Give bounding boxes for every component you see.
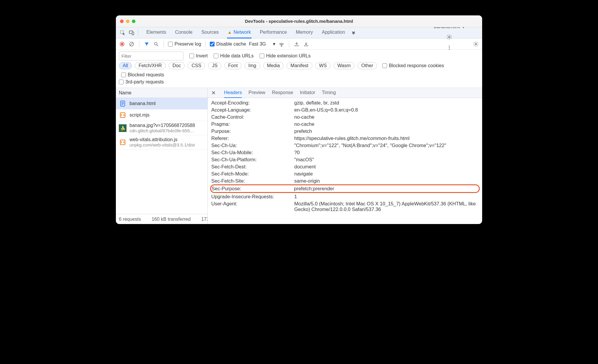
column-header-name[interactable]: Name <box>116 88 207 98</box>
window-controls <box>120 20 135 23</box>
request-list: banana.htmlscript.mjs🍌banana.jpg?v=17056… <box>116 98 207 214</box>
clear-button[interactable] <box>128 41 135 47</box>
type-filter-manifest[interactable]: Manifest <box>287 62 312 69</box>
network-conditions-icon[interactable] <box>278 41 285 47</box>
blocked-response-cookies-checkbox[interactable]: Blocked response cookies <box>382 63 444 68</box>
tab-application[interactable]: Application <box>321 27 346 38</box>
svg-point-13 <box>281 46 282 46</box>
titlebar: DevTools - speculative-rules.glitch.me/b… <box>116 15 482 27</box>
search-icon[interactable] <box>153 41 159 47</box>
type-filter-doc[interactable]: Doc <box>169 62 185 69</box>
tab-network[interactable]: ▲Network <box>227 27 252 38</box>
throttling-label: Fast 3G <box>249 41 266 47</box>
header-row: Purpose:prefetch <box>208 128 482 135</box>
svg-point-5 <box>449 47 450 48</box>
type-filter-other[interactable]: Other <box>357 62 377 69</box>
device-toolbar-icon[interactable] <box>128 29 135 37</box>
tab-performance[interactable]: Performance <box>259 27 288 38</box>
header-name: Sec-Ch-Ua: <box>211 143 294 148</box>
type-filter-all[interactable]: All <box>119 62 132 69</box>
blocked-requests-checkbox-label: Blocked requests <box>128 72 164 78</box>
preserve-log-checkbox[interactable]: Preserve log <box>168 41 201 47</box>
import-har-icon[interactable] <box>293 41 300 47</box>
settings-icon[interactable] <box>446 34 453 40</box>
type-filter-img[interactable]: Img <box>244 62 260 69</box>
status-requests: 6 requests <box>119 217 141 222</box>
type-filter-js[interactable]: JS <box>208 62 221 69</box>
header-name: Sec-Fetch-Dest: <box>211 164 294 170</box>
throttling-selector[interactable]: Fast 3G ▾ <box>249 41 275 47</box>
tab-sources[interactable]: Sources <box>201 27 219 38</box>
header-name: Upgrade-Insecure-Requests: <box>211 194 294 199</box>
hide-data-urls-checkbox[interactable]: Hide data URLs <box>214 53 254 59</box>
type-filter-media[interactable]: Media <box>263 62 284 69</box>
settings-icon[interactable] <box>473 41 479 47</box>
kebab-menu-icon[interactable] <box>446 44 453 51</box>
request-domain: cdn.glitch.global/87b4c0fe-655… <box>129 128 195 133</box>
tab-label: Console <box>175 30 193 35</box>
type-filter-ws[interactable]: WS <box>315 62 331 69</box>
separator <box>139 41 139 47</box>
detail-tab-timing[interactable]: Timing <box>322 88 336 98</box>
disable-cache-label: Disable cache <box>216 41 246 47</box>
blocked-requests-checkbox[interactable]: Blocked requests <box>121 72 164 78</box>
record-button[interactable] <box>119 41 125 47</box>
header-name: User-Agent: <box>211 201 294 212</box>
request-name: web-vitals.attribution.js <box>129 137 195 142</box>
request-name: banana.jpg?v=1705668720588 <box>129 123 195 128</box>
request-row[interactable]: banana.html <box>116 98 207 109</box>
disable-cache-checkbox[interactable]: Disable cache <box>210 41 246 47</box>
type-filter-css[interactable]: CSS <box>188 62 205 69</box>
filter-bar: Invert Hide data URLs Hide extension URL… <box>116 50 482 60</box>
detail-tab-response[interactable]: Response <box>272 88 293 98</box>
headers-list: Accept-Encoding:gzip, deflate, br, zstdA… <box>208 98 482 224</box>
header-row: Sec-Ch-Ua-Mobile:?0 <box>208 149 482 156</box>
tab-console[interactable]: Console <box>175 27 193 38</box>
header-value: Mozilla/5.0 (Macintosh; Intel Mac OS X 1… <box>294 201 479 212</box>
invert-checkbox[interactable]: Invert <box>189 53 208 59</box>
type-filter-fetchxhr[interactable]: Fetch/XHR <box>135 62 166 69</box>
request-row[interactable]: web-vitals.attribution.jsunpkg.com/web-v… <box>116 135 207 149</box>
header-name: Cache-Control: <box>211 114 294 120</box>
header-value: prefetch;prerender <box>294 186 478 191</box>
filter-input[interactable] <box>119 51 183 60</box>
image-icon: 🍌 <box>119 124 127 132</box>
request-row[interactable]: script.mjs <box>116 109 207 121</box>
request-domain: unpkg.com/web-vitals@3.5.1/dist <box>129 142 195 147</box>
header-value: https://speculative-rules.glitch.me/comm… <box>294 136 479 141</box>
header-row: Sec-Fetch-Dest:document <box>208 163 482 170</box>
warning-icon: ▲ <box>228 30 232 35</box>
third-party-checkbox[interactable]: 3rd-party requests <box>119 79 479 85</box>
header-name: Sec-Fetch-Mode: <box>211 171 294 177</box>
type-filter-wasm[interactable]: Wasm <box>334 62 355 69</box>
main-tabs: ElementsConsoleSources▲NetworkPerformanc… <box>146 27 346 38</box>
export-har-icon[interactable] <box>303 41 309 47</box>
header-row: Accept-Encoding:gzip, deflate, br, zstd <box>208 99 482 106</box>
separator <box>164 41 164 47</box>
more-tabs-icon[interactable] <box>350 29 357 37</box>
type-filter-font[interactable]: Font <box>224 62 242 69</box>
status-bar: 6 requests 160 kB transferred 173 <box>116 214 207 224</box>
minimize-window-button[interactable] <box>126 20 129 23</box>
third-party-label: 3rd-party requests <box>125 79 164 85</box>
detail-tab-preview[interactable]: Preview <box>248 88 265 98</box>
request-detail-pane: ✕ HeadersPreviewResponseInitiatorTiming … <box>208 88 482 224</box>
filter-icon[interactable] <box>143 41 150 47</box>
detail-tab-initiator[interactable]: Initiator <box>300 88 315 98</box>
header-row: Pragma:no-cache <box>208 120 482 128</box>
caret-down-icon: ▾ <box>273 41 275 47</box>
close-window-button[interactable] <box>120 20 124 23</box>
tab-memory[interactable]: Memory <box>295 27 314 38</box>
maximize-window-button[interactable] <box>132 20 135 23</box>
header-name: Pragma: <box>211 121 294 127</box>
tab-elements[interactable]: Elements <box>146 27 167 38</box>
close-detail-button[interactable]: ✕ <box>211 90 216 96</box>
status-transferred: 160 kB transferred <box>152 217 191 222</box>
inspect-element-icon[interactable] <box>119 29 127 37</box>
hide-extension-urls-checkbox[interactable]: Hide extension URLs <box>260 53 311 59</box>
svg-point-4 <box>449 46 450 46</box>
svg-point-6 <box>449 49 450 49</box>
detail-tab-headers[interactable]: Headers <box>224 88 242 98</box>
resource-type-filters: AllFetch/XHRDocCSSJSFontImgMediaManifest… <box>116 60 482 78</box>
request-row[interactable]: 🍌banana.jpg?v=1705668720588cdn.glitch.gl… <box>116 121 207 135</box>
